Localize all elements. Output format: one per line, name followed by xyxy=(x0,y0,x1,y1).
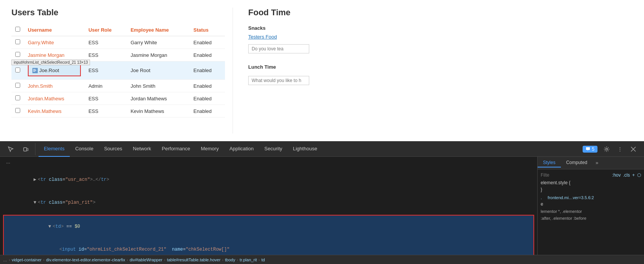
more-options-icon[interactable]: ⋮ xyxy=(617,146,623,152)
svg-rect-2 xyxy=(33,70,36,70)
employee-cell: John Smith xyxy=(127,80,190,92)
breadcrumb-vidget-container[interactable]: vidget-container xyxy=(12,258,42,262)
devtools-tabs-bar: Elements Console Sources Network Perform… xyxy=(0,142,644,157)
do-you-love-tea-input[interactable] xyxy=(248,44,309,53)
devtools-left-icons xyxy=(3,143,35,155)
breadcrumb-tbody[interactable]: tbody xyxy=(225,258,235,262)
tab-security[interactable]: Security xyxy=(259,142,287,157)
table-row: John.Smith Admin John Smith Enabled xyxy=(11,80,225,92)
lunch-label: Lunch Time xyxy=(248,64,633,70)
selected-table-row: input#ohrmList_chkSelectRecord_21 13×13 xyxy=(11,61,225,80)
html-line-td-selected[interactable]: ▼<td> == $0 xyxy=(4,216,533,238)
left-panel: Users Table Username User Role Employee … xyxy=(11,8,233,134)
table-row: Garry.White ESS Garry White Enabled xyxy=(11,36,225,49)
tooltip-label: input#ohrmList_chkSelectRecord_21 13×13 xyxy=(11,60,90,65)
filter-row: :hov .cls + ⬡ xyxy=(541,172,641,178)
employee-cell: Joe Root xyxy=(127,61,190,80)
devtools-panel: Elements Console Sources Network Perform… xyxy=(0,141,644,264)
tab-memory[interactable]: Memory xyxy=(196,142,224,157)
file-icon xyxy=(32,68,38,73)
devtools-styles-sidebar: Styles Computed » :hov .cls + ⬡ element.… xyxy=(537,157,644,255)
svg-rect-1 xyxy=(33,69,35,69)
row-checkbox-cell xyxy=(11,92,24,105)
header-checkbox xyxy=(11,24,24,36)
username-cell: John.Smith xyxy=(24,80,85,92)
dots-indicator: ··· xyxy=(0,158,537,167)
devtools-content: ··· ▶<tr class="usr_acn">…</tr> ▼<tr cla… xyxy=(0,157,644,255)
tab-elements[interactable]: Elements xyxy=(39,142,70,157)
header-status: Status xyxy=(190,24,225,36)
table-row: Kevin.Mathews ESS Kevin Mathews Enabled xyxy=(11,105,225,118)
html-line-input[interactable]: <input id="ohrmList_chkSelectRecord_21" … xyxy=(4,238,533,255)
username-cell: Kevin.Mathews xyxy=(24,105,85,118)
username-cell: Garry.White xyxy=(24,36,85,49)
breadcrumb-td[interactable]: td xyxy=(262,258,265,262)
inspect-element-button[interactable] xyxy=(5,143,17,155)
header-username: Username xyxy=(24,24,85,36)
users-table: Username User Role Employee Name Status … xyxy=(11,24,225,118)
expand-sidebar-icon[interactable]: ⬡ xyxy=(637,172,641,178)
status-cell: Enabled xyxy=(190,105,225,118)
close-devtools-button[interactable] xyxy=(627,143,639,155)
tab-network[interactable]: Network xyxy=(128,142,157,157)
breadcrumb-tr-plan-rit[interactable]: tr.plan_rit xyxy=(240,258,257,262)
food-title: Food Time xyxy=(248,8,633,18)
tab-console[interactable]: Console xyxy=(70,142,99,157)
style-source: . frontend.mi…ver=3.5.6:2 xyxy=(541,195,641,200)
row-checkbox-cell: input#ohrmList_chkSelectRecord_21 13×13 xyxy=(11,61,24,80)
breadcrumb-elementor[interactable]: div.elementor-text-editor.elementor-clea… xyxy=(46,258,125,262)
breadcrumb-bar: … › vidget-container › div.elementor-tex… xyxy=(0,255,644,264)
status-cell: Enabled xyxy=(190,92,225,105)
styles-content: :hov .cls + ⬡ element.style { } . fronte… xyxy=(538,169,644,255)
elementor-rule: lementor *, .elementor :after, .elemento… xyxy=(541,208,641,222)
breadcrumb-table-wrapper[interactable]: div#tableWrapper xyxy=(130,258,162,262)
lunch-input[interactable] xyxy=(248,76,309,85)
tab-lighthouse[interactable]: Lighthouse xyxy=(287,142,323,157)
device-toolbar-button[interactable] xyxy=(20,143,32,155)
breadcrumb-result-table[interactable]: table#resultTable.table.hover xyxy=(167,258,221,262)
status-cell: Enabled xyxy=(190,36,225,49)
role-cell: ESS xyxy=(85,105,127,118)
employee-cell: Garry White xyxy=(127,36,190,49)
hov-tag[interactable]: :hov xyxy=(612,172,621,178)
snacks-label: Snacks xyxy=(248,25,633,31)
status-cell: Enabled xyxy=(190,61,225,80)
page-title: Users Table xyxy=(11,8,225,18)
role-cell: Admin xyxy=(85,80,127,92)
employee-cell: Jordan Mathews xyxy=(127,92,190,105)
element-style-rule: element.style { xyxy=(541,180,641,185)
sidebar-tabs: Styles Computed » xyxy=(538,157,644,169)
tab-application[interactable]: Application xyxy=(224,142,259,157)
svg-rect-4 xyxy=(33,71,35,72)
cls-tag[interactable]: .cls xyxy=(623,172,630,178)
html-line[interactable]: ▼<tr class="plan_rit"> xyxy=(0,192,537,214)
tab-styles[interactable]: Styles xyxy=(538,158,561,167)
username-cell: Jordan.Mathews xyxy=(24,92,85,105)
tab-sources[interactable]: Sources xyxy=(99,142,128,157)
row-checkbox-cell xyxy=(11,80,24,92)
status-cell: Enabled xyxy=(190,49,225,61)
add-style-icon[interactable]: + xyxy=(632,172,635,178)
svg-rect-6 xyxy=(27,148,28,151)
row-checkbox-cell xyxy=(11,36,24,49)
settings-icon[interactable] xyxy=(601,143,613,155)
joe-root-label: Joe.Root xyxy=(39,68,59,73)
devtools-html-tree: ··· ▶<tr class="usr_acn">…</tr> ▼<tr cla… xyxy=(0,157,537,255)
status-cell: Enabled xyxy=(190,80,225,92)
chat-count: 5 xyxy=(592,146,594,152)
svg-rect-3 xyxy=(33,71,36,71)
role-cell: ESS xyxy=(85,36,127,49)
header-role: User Role xyxy=(85,24,127,36)
testers-food-link[interactable]: Testers Food xyxy=(248,34,633,40)
tab-computed[interactable]: Computed xyxy=(561,158,593,167)
table-row: Jordan.Mathews ESS Jordan Mathews Enable… xyxy=(11,92,225,105)
style-e-rule: e xyxy=(541,201,641,207)
tab-performance[interactable]: Performance xyxy=(156,142,195,157)
tab-right-actions: 5 ⋮ xyxy=(583,143,641,155)
sidebar-more-icon[interactable]: » xyxy=(593,158,601,167)
role-cell: ESS xyxy=(85,92,127,105)
employee-cell: Kevin Mathews xyxy=(127,105,190,118)
html-line[interactable]: ▶<tr class="usr_acn">…</tr> xyxy=(0,169,537,192)
right-panel: Food Time Snacks Testers Food Lunch Time xyxy=(233,8,633,134)
styles-filter-input[interactable] xyxy=(541,172,610,178)
